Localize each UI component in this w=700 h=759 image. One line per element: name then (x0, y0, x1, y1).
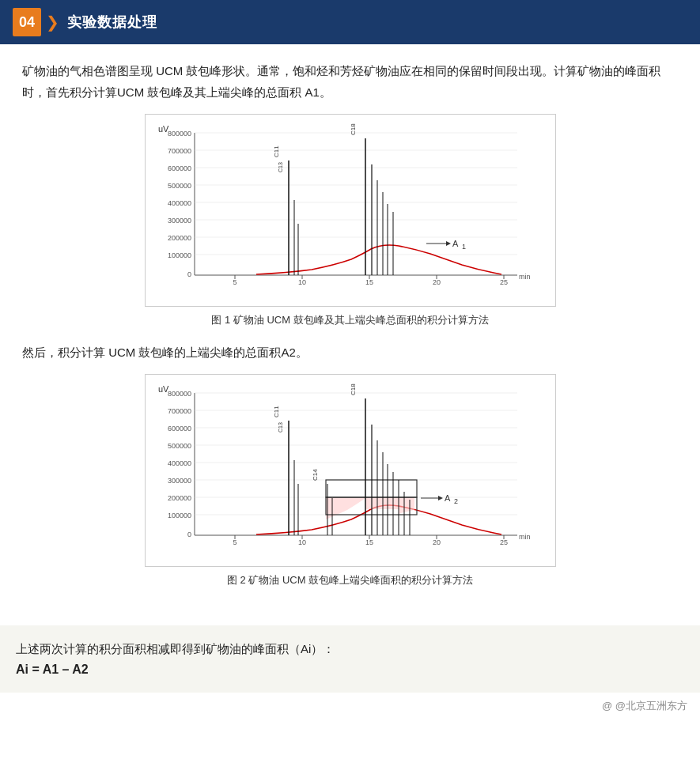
svg-text:C18: C18 (350, 383, 357, 395)
svg-text:700000: 700000 (167, 407, 191, 415)
figure-2-caption: 图 2 矿物油 UCM 鼓包峰上端尖峰面积的积分计算方法 (227, 573, 473, 587)
svg-text:400000: 400000 (167, 459, 191, 467)
svg-text:800000: 800000 (167, 390, 191, 398)
svg-text:200000: 200000 (167, 494, 191, 502)
svg-text:25: 25 (499, 278, 507, 286)
svg-text:20: 20 (432, 278, 440, 286)
figure-1-container: uV 800000 700000 600000 500000 400000 30… (145, 114, 556, 327)
svg-text:15: 15 (365, 278, 373, 286)
svg-text:25: 25 (499, 538, 507, 546)
bottom-section: 上述两次计算的积分面积相减即得到矿物油的峰面积（Ai）： Ai = A1 – A… (0, 625, 700, 693)
header-arrow-icon: ❯ (46, 13, 59, 32)
svg-text:10: 10 (297, 278, 305, 286)
section-number: 04 (13, 8, 41, 36)
svg-text:0: 0 (187, 270, 191, 278)
chart-1-svg: uV 800000 700000 600000 500000 400000 30… (153, 121, 533, 303)
figure-1-caption: 图 1 矿物油 UCM 鼓包峰及其上端尖峰总面积的积分计算方法 (211, 313, 488, 327)
section-header: 04 ❯ 实验数据处理 (0, 0, 700, 44)
svg-text:A: A (445, 493, 451, 503)
chart-1-wrapper: uV 800000 700000 600000 500000 400000 30… (145, 114, 556, 307)
svg-text:300000: 300000 (167, 217, 191, 225)
svg-text:0: 0 (187, 531, 191, 538)
svg-text:2: 2 (454, 497, 458, 505)
svg-text:100000: 100000 (167, 512, 191, 519)
svg-text:100000: 100000 (167, 251, 191, 259)
svg-text:C13: C13 (278, 422, 283, 432)
formula-text: Ai = A1 – A2 (16, 663, 684, 677)
section-title: 实验数据处理 (67, 13, 157, 32)
watermark: @ @北京五洲东方 (0, 693, 700, 719)
svg-text:200000: 200000 (167, 234, 191, 242)
svg-text:20: 20 (432, 538, 440, 546)
svg-marker-98 (438, 496, 443, 500)
svg-text:500000: 500000 (167, 182, 191, 190)
svg-text:A: A (452, 239, 459, 248)
svg-text:min: min (519, 273, 531, 281)
svg-text:C13: C13 (278, 162, 283, 172)
svg-text:15: 15 (365, 538, 373, 546)
svg-text:800000: 800000 (167, 130, 191, 138)
intro-paragraph: 矿物油的气相色谱图呈现 UCM 鼓包峰形状。通常，饱和烃和芳烃矿物油应在相同的保… (22, 60, 678, 103)
svg-text:C14: C14 (312, 469, 319, 481)
svg-text:C11: C11 (273, 406, 280, 417)
svg-marker-43 (446, 241, 451, 246)
middle-paragraph: 然后，积分计算 UCM 鼓包峰的上端尖峰的总面积A2。 (22, 342, 678, 363)
svg-text:300000: 300000 (167, 477, 191, 485)
svg-text:600000: 600000 (167, 425, 191, 432)
svg-text:10: 10 (297, 538, 305, 546)
main-content: 矿物油的气相色谱图呈现 UCM 鼓包峰形状。通常，饱和烃和芳烃矿物油应在相同的保… (0, 44, 700, 617)
bottom-paragraph: 上述两次计算的积分面积相减即得到矿物油的峰面积（Ai）： (16, 638, 684, 659)
svg-text:700000: 700000 (167, 147, 191, 155)
svg-text:5: 5 (233, 278, 236, 286)
svg-text:C18: C18 (350, 123, 357, 135)
svg-text:400000: 400000 (167, 199, 191, 207)
svg-text:5: 5 (233, 538, 236, 546)
svg-text:1: 1 (462, 243, 466, 251)
svg-text:500000: 500000 (167, 442, 191, 450)
svg-text:C11: C11 (273, 145, 280, 157)
svg-text:600000: 600000 (167, 164, 191, 172)
chart-2-svg: uV 800000 700000 600000 500000 400000 30… (153, 381, 533, 563)
chart-2-wrapper: uV 800000 700000 600000 500000 400000 30… (145, 374, 556, 567)
figure-2-container: uV 800000 700000 600000 500000 400000 30… (145, 374, 556, 587)
svg-text:min: min (519, 533, 531, 541)
